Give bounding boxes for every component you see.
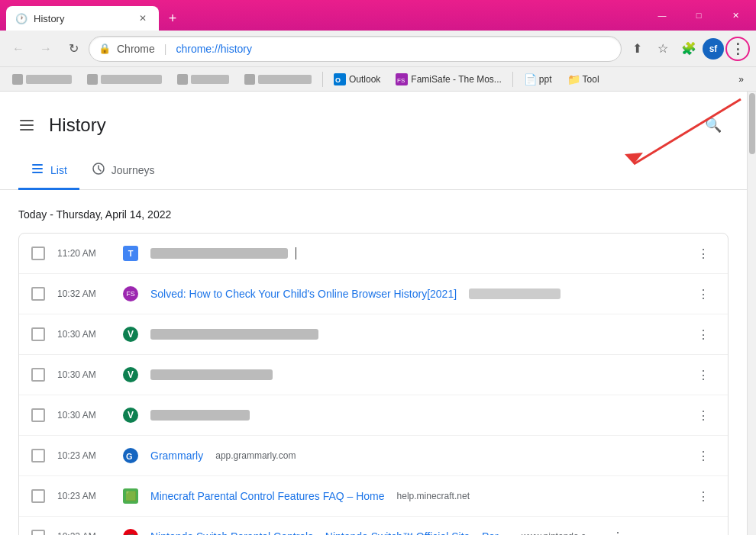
row-favicon-4: V <box>123 367 138 382</box>
bookmark-ppt[interactable]: 📄 ppt <box>518 70 558 89</box>
toolbar: ← → ↻ 🔒 Chrome | chrome://history ⬆ ☆ 🧩 … <box>0 31 756 67</box>
row-time-7: 10:23 AM <box>57 491 111 501</box>
row-checkbox-1[interactable] <box>31 247 45 260</box>
address-separator: | <box>164 43 167 55</box>
table-row: 10:30 AM V blurred ⋮ <box>19 355 728 395</box>
bookmark-tools[interactable]: 📁 Tool <box>561 70 606 89</box>
tab-bar: 🕐 History ✕ + — □ ✕ <box>0 0 756 31</box>
row-title-7[interactable]: Minecraft Parental Control Features FAQ … <box>150 490 679 502</box>
row-more-7[interactable]: ⋮ <box>691 484 716 508</box>
row-checkbox-6[interactable] <box>31 449 45 462</box>
bookmark-famisafe[interactable]: FS FamiSafe - The Mos... <box>389 70 507 89</box>
row-title-4[interactable]: blurred <box>150 369 679 380</box>
bookmark-item-3[interactable] <box>171 71 235 88</box>
svg-text:O: O <box>335 76 341 84</box>
page-content: History 🔍 List <box>0 92 756 535</box>
row-more-1[interactable]: ⋮ <box>691 241 716 266</box>
bookmark-item-4[interactable] <box>238 71 318 88</box>
maximize-button[interactable]: □ <box>681 3 716 27</box>
row-more-2[interactable]: ⋮ <box>691 282 716 306</box>
back-button[interactable]: ← <box>6 37 31 61</box>
history-card: 11:20 AM T blurred ⋮ 10:32 AM <box>18 233 729 535</box>
outlook-favicon: O <box>334 73 346 85</box>
address-url: chrome://history <box>176 43 252 55</box>
reload-button[interactable]: ↻ <box>61 37 86 61</box>
row-favicon-1: T <box>123 246 138 261</box>
grammarly-favicon-icon: G <box>123 448 138 463</box>
row-title-2[interactable]: Solved: How to Check Your Child's Online… <box>150 288 679 300</box>
row-title-8[interactable]: Nintendo Switch Parental Controls – Nint… <box>150 530 593 535</box>
scrollbar-thumb[interactable] <box>749 93 755 154</box>
row-checkbox-7[interactable] <box>31 489 45 503</box>
row-favicon-3: V <box>123 327 138 342</box>
row-domain-7: help.minecraft.net <box>397 491 470 501</box>
row-time-5: 10:30 AM <box>57 410 111 421</box>
table-row: 10:30 AM V blurred ⋮ <box>19 395 728 436</box>
row-favicon-2: FS <box>123 286 138 301</box>
row-title-3[interactable]: blurred <box>150 329 679 340</box>
address-bar[interactable]: 🔒 Chrome | chrome://history <box>89 36 622 62</box>
active-tab[interactable]: 🕐 History ✕ <box>6 6 159 31</box>
row-time-4: 10:30 AM <box>57 369 111 380</box>
row-more-8[interactable]: ⋮ <box>606 524 630 535</box>
hamburger-menu-button[interactable] <box>18 116 37 134</box>
share-button[interactable]: ⬆ <box>625 37 649 61</box>
more-bookmarks-button[interactable]: » <box>732 71 750 88</box>
table-row: 10:23 AM 🟩 Minecraft Parental Control Fe… <box>19 476 728 517</box>
row-title-text-7: Minecraft Parental Control Features FAQ … <box>150 490 385 502</box>
row-checkbox-4[interactable] <box>31 368 45 382</box>
search-history-button[interactable]: 🔍 <box>698 110 729 140</box>
browser-frame: 🕐 History ✕ + — □ ✕ ← → ↻ 🔒 Chrome | chr… <box>0 0 756 535</box>
hamburger-line-3 <box>20 129 34 131</box>
row-checkbox-8[interactable] <box>31 530 45 535</box>
row-title-text-2: Solved: How to Check Your Child's Online… <box>150 288 457 300</box>
new-tab-button[interactable]: + <box>162 8 183 29</box>
close-button[interactable]: ✕ <box>718 3 753 27</box>
minimize-button[interactable]: — <box>645 3 680 27</box>
row-time-6: 10:23 AM <box>57 450 111 461</box>
svg-text:G: G <box>126 452 133 461</box>
bookmark-item-2[interactable] <box>81 71 168 88</box>
tools-label: Tool <box>583 74 599 85</box>
blurred-title-4: blurred <box>150 369 273 380</box>
profile-button[interactable]: sf <box>703 38 724 60</box>
tab-list[interactable]: List <box>18 153 79 190</box>
forward-button[interactable]: → <box>34 37 58 61</box>
row-title-5[interactable]: blurred <box>150 410 679 421</box>
bookmark-outlook[interactable]: O Outlook <box>328 70 386 89</box>
row-checkbox-3[interactable] <box>31 327 45 341</box>
chrome-menu-button[interactable]: ⋮ <box>725 37 750 61</box>
row-more-4[interactable]: ⋮ <box>691 363 716 387</box>
blurred-domain-2: blurred <box>469 288 561 299</box>
nintendo-favicon-icon: 🎮 <box>123 529 138 535</box>
tab-journeys[interactable]: Journeys <box>79 153 167 190</box>
row-more-5[interactable]: ⋮ <box>691 403 716 427</box>
tab-close-button[interactable]: ✕ <box>136 11 150 25</box>
row-checkbox-5[interactable] <box>31 408 45 422</box>
toolbar-right: ⬆ ☆ 🧩 sf ⋮ <box>625 37 750 61</box>
row-title-1[interactable]: blurred <box>150 247 679 259</box>
journeys-tab-icon <box>92 162 105 179</box>
row-domain-6: app.grammarly.com <box>215 450 296 461</box>
row-time-8: 10:23 AM <box>57 531 111 535</box>
extensions-button[interactable]: 🧩 <box>677 37 701 61</box>
svg-rect-6 <box>32 172 43 173</box>
row-checkbox-2[interactable] <box>31 287 45 301</box>
table-row: 11:20 AM T blurred ⋮ <box>19 234 728 274</box>
row-title-6[interactable]: Grammarly app.grammarly.com <box>150 450 679 462</box>
task-favicon-icon: T <box>123 246 138 261</box>
table-row: 10:23 AM G Grammarly app.grammarly.com ⋮ <box>19 436 728 476</box>
famisafe-label: FamiSafe - The Mos... <box>411 74 501 85</box>
v-favicon-icon-4: V <box>123 367 138 382</box>
row-more-6[interactable]: ⋮ <box>691 443 716 468</box>
bookmark-button[interactable]: ☆ <box>651 37 675 61</box>
blurred-title-3: blurred <box>150 329 318 340</box>
svg-rect-5 <box>32 168 43 169</box>
minecraft-favicon-icon: 🟩 <box>123 488 138 504</box>
row-title-text-6: Grammarly <box>150 450 203 462</box>
row-more-3[interactable]: ⋮ <box>691 322 716 346</box>
scrollbar[interactable] <box>747 92 756 535</box>
history-tabs: List Journeys <box>0 153 747 190</box>
bookmark-item-1[interactable] <box>6 71 78 88</box>
tab-favicon: 🕐 <box>15 12 27 24</box>
